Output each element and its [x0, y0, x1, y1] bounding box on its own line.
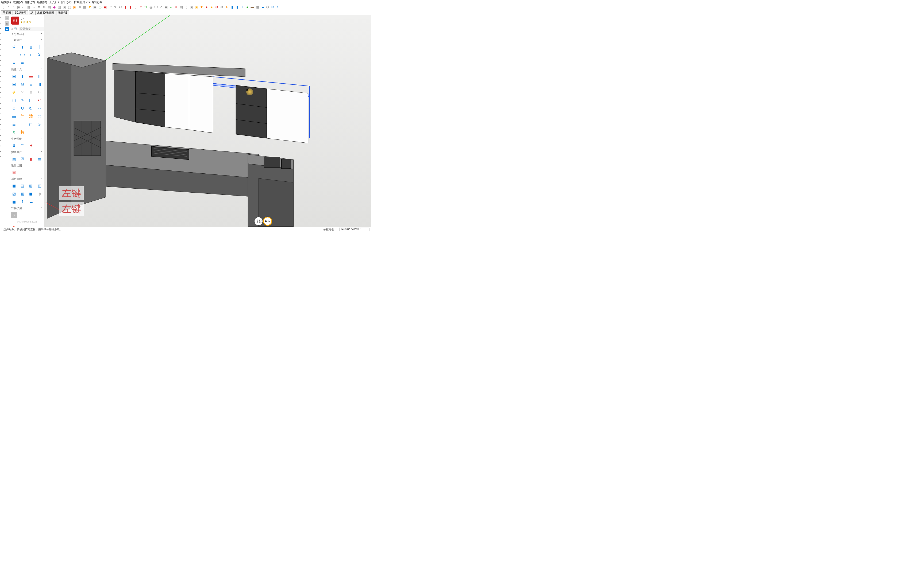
- menu-view[interactable]: 视图(V): [13, 0, 23, 4]
- tab-scene5[interactable]: 场景号5: [56, 10, 69, 15]
- orange-cube-icon[interactable]: ▣: [72, 5, 77, 10]
- redbox-icon[interactable]: ▣: [103, 5, 107, 10]
- strip-icon[interactable]: ▪: [0, 144, 4, 148]
- yellow-cube-icon[interactable]: ▣: [194, 5, 199, 10]
- tool-sq-icon[interactable]: ▣: [11, 81, 17, 87]
- mail-icon[interactable]: ✉: [270, 5, 275, 10]
- tool-split-icon[interactable]: ◫: [28, 97, 34, 103]
- tool-plane-icon[interactable]: ▱: [36, 105, 42, 111]
- tool-eq2-icon[interactable]: ≣: [19, 60, 26, 66]
- new-icon[interactable]: ▯: [1, 5, 6, 10]
- tool-gift-icon[interactable]: ▣: [28, 190, 34, 197]
- menu-edit[interactable]: 编辑(E): [1, 0, 11, 4]
- strip-icon[interactable]: ▪: [0, 32, 4, 36]
- cfg-icon[interactable]: ⚙: [265, 5, 270, 10]
- home-icon[interactable]: ⌂: [11, 27, 13, 31]
- scissors-icon[interactable]: ✂: [118, 5, 123, 10]
- plus-icon[interactable]: +: [240, 5, 245, 10]
- section-integration[interactable]: 对接扩展⌃: [11, 205, 43, 211]
- menu-draw[interactable]: 绘图(R): [37, 0, 47, 4]
- strip-icon[interactable]: ▪: [0, 27, 4, 31]
- tool-ext-icon[interactable]: 外: [19, 113, 26, 119]
- gem-icon[interactable]: ◆: [52, 5, 57, 10]
- strip-icon[interactable]: ▪: [0, 107, 4, 111]
- cube3-icon[interactable]: ▣: [92, 5, 97, 10]
- tool-link-icon[interactable]: ⊖: [28, 89, 34, 95]
- tool-db1-icon[interactable]: ▣: [11, 182, 17, 189]
- tool-db5-icon[interactable]: ▣: [11, 198, 17, 205]
- tool-spec-icon[interactable]: 特: [19, 129, 26, 135]
- tool-m-icon[interactable]: M: [19, 81, 26, 87]
- tool-corner-icon[interactable]: ⌐: [11, 52, 17, 58]
- tab-3d[interactable]: 3D场景图: [13, 10, 28, 15]
- tool-c-icon[interactable]: C: [11, 105, 17, 111]
- tool-u-icon[interactable]: U: [19, 105, 26, 111]
- target-icon[interactable]: ◎: [149, 5, 153, 10]
- tool-down-icon[interactable]: ⇊: [11, 142, 17, 149]
- tool-sq2-icon[interactable]: ▢: [36, 113, 42, 119]
- strip-icon[interactable]: ▪: [0, 150, 4, 153]
- strip-icon[interactable]: ▪: [0, 80, 4, 84]
- tool-half-icon[interactable]: ◨: [36, 81, 42, 87]
- tool-upload-icon[interactable]: ↥: [19, 198, 26, 205]
- strip-icon[interactable]: ▪: [0, 69, 4, 73]
- refresh-icon[interactable]: ↻: [225, 5, 229, 10]
- strip-icon[interactable]: ▪: [0, 139, 4, 143]
- tool-sq3-icon[interactable]: ▢: [28, 121, 34, 127]
- undo-icon[interactable]: ↶: [138, 5, 143, 10]
- red1-icon[interactable]: ▮: [123, 5, 128, 10]
- tool-list-icon[interactable]: ▤: [36, 156, 42, 162]
- tool-db4-icon[interactable]: ▦: [19, 190, 26, 197]
- tool-cycle-icon[interactable]: ↻: [36, 89, 42, 95]
- tool-sq1-icon[interactable]: ▢: [11, 97, 17, 103]
- redo-icon[interactable]: ↷: [143, 5, 148, 10]
- tab-ceiling[interactable]: 吊顶3D场景图: [35, 10, 56, 15]
- menu-window[interactable]: 窗口(W): [61, 0, 72, 4]
- tool-page-icon[interactable]: ▤: [11, 156, 17, 162]
- tool-dim-icon[interactable]: ⟷: [19, 52, 26, 58]
- tool-col-icon[interactable]: ▮: [19, 73, 26, 79]
- strip-icon[interactable]: ▪: [0, 53, 4, 57]
- strip-icon[interactable]: ▪: [0, 37, 4, 41]
- cube-icon[interactable]: ▣: [16, 5, 21, 10]
- pencil-icon[interactable]: ✎: [113, 5, 118, 10]
- tab-scene[interactable]: 场: [29, 10, 35, 15]
- strip-icon[interactable]: ▪: [0, 21, 4, 25]
- red-cfg-icon[interactable]: ⚙: [215, 5, 219, 10]
- camera-icon[interactable]: ▣: [164, 5, 168, 10]
- tool-wave-icon[interactable]: 〰: [19, 121, 26, 127]
- tool-yen-icon[interactable]: ¥: [36, 52, 42, 58]
- layers-icon[interactable]: ▤: [47, 5, 52, 10]
- mode-cube-icon[interactable]: ◆: [5, 27, 9, 31]
- strip-icon[interactable]: ▪: [0, 16, 4, 20]
- tool-cloud-icon[interactable]: ☁: [28, 198, 34, 205]
- cross-tools-icon[interactable]: ✕: [77, 5, 82, 10]
- strip-icon[interactable]: ▪: [0, 91, 4, 95]
- orange-dn-icon[interactable]: ▼: [199, 5, 204, 10]
- paint-icon[interactable]: ▤: [179, 5, 184, 10]
- avatar[interactable]: 筑木: [11, 16, 19, 24]
- strip-icon[interactable]: ▪: [0, 128, 4, 132]
- redcross-icon[interactable]: ✕: [174, 5, 179, 10]
- green-box-icon[interactable]: ▢: [98, 5, 102, 10]
- strip-icon[interactable]: ▪: [0, 118, 4, 121]
- info-icon[interactable]: ℹ: [275, 5, 280, 10]
- strip-icon[interactable]: ▪: [0, 96, 4, 100]
- checker-icon[interactable]: ▦: [255, 5, 260, 10]
- tool-db3-icon[interactable]: ▥: [36, 182, 42, 189]
- strip-icon[interactable]: ▪: [0, 134, 4, 137]
- down-icon[interactable]: ▼: [87, 5, 92, 10]
- gear2-icon[interactable]: ⚙: [220, 5, 224, 10]
- strip-icon[interactable]: ▪: [0, 102, 4, 105]
- section-backend[interactable]: 后台管理⌃: [11, 176, 43, 182]
- tool-layout2-icon[interactable]: ▧: [11, 190, 17, 197]
- tool-cols-icon[interactable]: ║: [36, 44, 42, 50]
- tool-folder-icon[interactable]: ▬: [11, 113, 17, 119]
- strip-icon[interactable]: ▪: [0, 155, 4, 159]
- grid-icon[interactable]: ▦: [82, 5, 87, 10]
- tool-rect-icon[interactable]: ▮: [19, 44, 26, 50]
- strip-icon[interactable]: ▪: [0, 112, 4, 116]
- tool-h-icon[interactable]: H: [28, 142, 34, 149]
- tool-live-icon[interactable]: 活: [28, 113, 34, 119]
- tool-gear-icon[interactable]: ⚙: [11, 44, 17, 50]
